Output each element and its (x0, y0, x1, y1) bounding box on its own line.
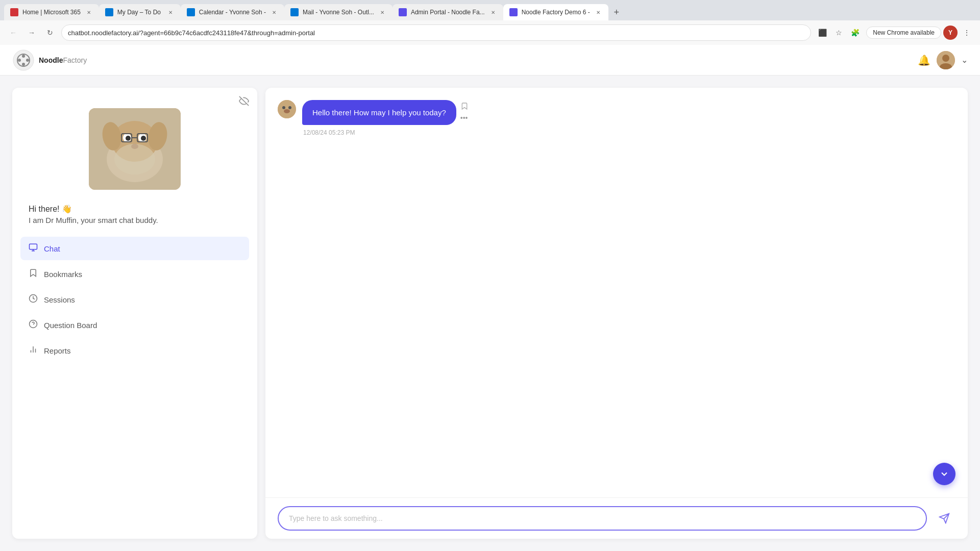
nav-bookmarks-label: Bookmarks (44, 270, 82, 279)
reload-button[interactable]: ↻ (43, 26, 57, 40)
svg-point-35 (288, 106, 291, 109)
nav-menu: Chat Bookmarks (12, 233, 257, 370)
reports-icon (29, 345, 38, 356)
bot-message-bubble: Hello there! How may I help you today? (302, 100, 456, 125)
tab-mail[interactable]: Mail - Yvonne Soh - Outl... ✕ (284, 4, 393, 20)
more-options-icon[interactable]: ••• (460, 114, 469, 122)
tab-ms365[interactable]: Home | Microsoft 365 ✕ (4, 4, 99, 20)
top-nav: NoodleFactory 🔔 ⌄ (0, 45, 980, 76)
tab-favicon-mail (290, 8, 299, 16)
tab-close-admin[interactable]: ✕ (489, 8, 497, 16)
right-panel: Hello there! How may I help you today? •… (265, 88, 968, 539)
greeting-text: Hi there! 👋 (29, 204, 241, 214)
tab-close-ms365[interactable]: ✕ (85, 8, 93, 16)
svg-point-0 (13, 50, 34, 70)
tab-title-ms365: Home | Microsoft 365 (22, 9, 81, 16)
svg-point-5 (26, 59, 29, 62)
logo-area[interactable]: NoodleFactory (12, 49, 87, 71)
logo-text: NoodleFactory (39, 56, 87, 65)
nav-item-question-board[interactable]: Question Board (20, 313, 249, 337)
input-area (265, 497, 968, 539)
svg-point-34 (282, 106, 285, 109)
greeting-area: Hi there! 👋 I am Dr Muffin, your smart c… (12, 200, 257, 233)
tab-close-mail[interactable]: ✕ (378, 8, 386, 16)
svg-point-4 (18, 59, 21, 62)
tab-close-demo[interactable]: ✕ (594, 8, 602, 16)
bubble-row: Hello there! How may I help you today? •… (302, 100, 469, 125)
tab-admin[interactable]: Admin Portal - Noodle Fa... ✕ (393, 4, 503, 20)
extensions-button[interactable]: 🧩 (848, 26, 862, 40)
logo-icon (12, 49, 35, 71)
greeting-sub: I am Dr Muffin, your smart chat buddy. (29, 216, 241, 224)
address-bar[interactable]: chatbot.noodlefactory.ai/?agent=66b9c74c… (61, 24, 811, 41)
question-board-icon (29, 319, 38, 331)
svg-point-7 (942, 55, 949, 62)
menu-button[interactable]: ⋮ (960, 26, 974, 40)
back-button[interactable]: ← (6, 26, 20, 40)
tab-favicon-ms365 (10, 8, 18, 16)
tab-title-mail: Mail - Yvonne Soh - Outl... (303, 9, 374, 16)
nav-bar: ← → ↻ chatbot.noodlefactory.ai/?agent=66… (0, 20, 980, 45)
svg-rect-24 (30, 244, 37, 249)
nav-question-board-label: Question Board (44, 321, 97, 330)
url-text: chatbot.noodlefactory.ai/?agent=66b9c74c… (68, 29, 804, 37)
tab-title-admin: Admin Portal - Noodle Fa... (411, 9, 485, 16)
hide-icon[interactable] (239, 96, 249, 109)
tab-calendar[interactable]: Calendar - Yvonne Soh - ✕ (181, 4, 284, 20)
bot-image (89, 108, 181, 190)
scroll-to-bottom-button[interactable] (933, 463, 955, 485)
tab-title-todo: My Day – To Do (117, 9, 162, 16)
nav-item-bookmarks[interactable]: Bookmarks (20, 262, 249, 286)
chat-input[interactable] (278, 506, 927, 531)
new-tab-button[interactable]: + (608, 4, 625, 20)
nav-chat-label: Chat (44, 244, 60, 253)
svg-point-23 (114, 144, 155, 174)
svg-point-36 (284, 109, 290, 113)
svg-point-2 (22, 55, 25, 58)
cast-button[interactable]: ⬛ (815, 26, 829, 40)
new-chrome-badge[interactable]: New Chrome available (866, 27, 941, 39)
send-button[interactable] (933, 507, 955, 530)
tab-bar: Home | Microsoft 365 ✕ My Day – To Do ✕ … (0, 0, 980, 20)
bot-image-area (12, 88, 257, 200)
browser-chrome: Home | Microsoft 365 ✕ My Day – To Do ✕ … (0, 0, 980, 45)
tab-favicon-admin (399, 8, 407, 16)
bookmark-message-icon[interactable] (460, 102, 469, 112)
chat-area: Hello there! How may I help you today? •… (265, 88, 968, 497)
nav-reports-label: Reports (44, 346, 71, 355)
tab-close-todo[interactable]: ✕ (166, 8, 175, 16)
tab-favicon-todo (105, 8, 113, 16)
bot-avatar (278, 100, 296, 118)
nav-sessions-label: Sessions (44, 295, 75, 304)
user-avatar[interactable] (937, 51, 955, 69)
nav-item-reports[interactable]: Reports (20, 339, 249, 362)
forward-button[interactable]: → (24, 26, 39, 40)
tab-close-calendar[interactable]: ✕ (270, 8, 278, 16)
dog-illustration (89, 108, 181, 190)
profile-circle[interactable]: Y (943, 26, 958, 40)
chevron-down-icon[interactable]: ⌄ (961, 55, 968, 65)
bookmark-button[interactable]: ☆ (831, 26, 846, 40)
message-content: Hello there! How may I help you today? •… (302, 100, 469, 136)
chat-icon (29, 243, 38, 254)
sessions-icon (29, 294, 38, 305)
message-actions: ••• (460, 100, 469, 122)
tab-demo[interactable]: Noodle Factory Demo 6 - ✕ (503, 4, 608, 20)
left-panel: Hi there! 👋 I am Dr Muffin, your smart c… (12, 88, 257, 539)
tab-todo[interactable]: My Day – To Do ✕ (99, 4, 181, 20)
tab-favicon-demo (509, 8, 518, 16)
bookmarks-icon (29, 268, 38, 280)
page-content: NoodleFactory 🔔 ⌄ (0, 45, 980, 551)
message-row: Hello there! How may I help you today? •… (278, 100, 955, 136)
top-nav-right: 🔔 ⌄ (918, 51, 968, 69)
notification-bell[interactable]: 🔔 (918, 54, 930, 66)
nav-item-chat[interactable]: Chat (20, 237, 249, 260)
svg-point-15 (126, 136, 131, 141)
tab-title-demo: Noodle Factory Demo 6 - (522, 9, 590, 16)
main-layout: Hi there! 👋 I am Dr Muffin, your smart c… (0, 76, 980, 551)
tab-title-calendar: Calendar - Yvonne Soh - (199, 9, 266, 16)
svg-point-16 (141, 136, 146, 141)
nav-item-sessions[interactable]: Sessions (20, 288, 249, 311)
svg-point-3 (22, 63, 25, 66)
tab-favicon-calendar (187, 8, 195, 16)
